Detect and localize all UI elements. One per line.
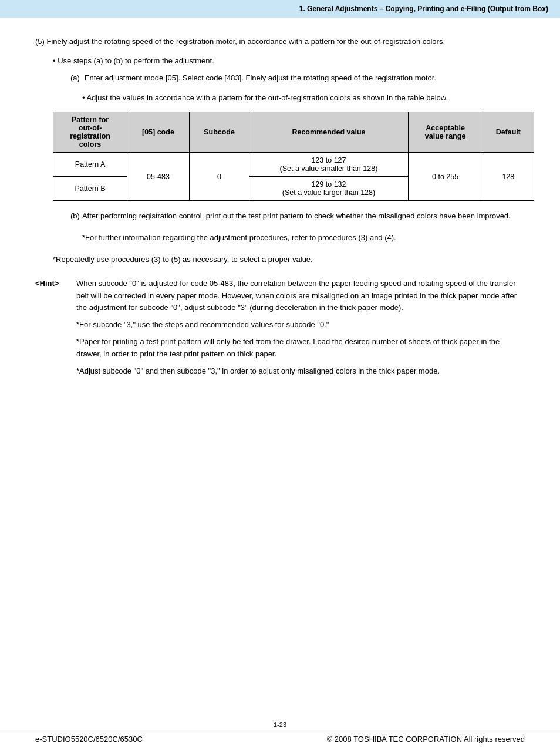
page-footer: e-STUDIO5520C/6520C/6530C © 2008 TOSHIBA… <box>0 731 560 747</box>
adjust-bullet-container: • Adjust the values in accordance with a… <box>82 93 525 102</box>
repeat-note-text: *Repeatedly use procedures (3) to (5) as… <box>53 255 313 264</box>
step-a-text: Enter adjustment mode [05]. Select code … <box>85 73 436 82</box>
col-header-subcode: Subcode <box>189 112 249 153</box>
hint-note1: *For subcode "3," use the steps and reco… <box>76 319 525 331</box>
subcode-cell: 0 <box>189 153 249 201</box>
step-b-note: *For further information regarding the a… <box>82 232 525 244</box>
footer-wrapper: 1-23 e-STUDIO5520C/6520C/6530C © 2008 TO… <box>0 721 560 747</box>
use-steps-bullet: • Use steps (a) to (b) to perform the ad… <box>53 55 525 68</box>
hint-row: <Hint> When subcode "0" is adjusted for … <box>35 278 525 382</box>
header-title: 1. General Adjustments – Copying, Printi… <box>299 5 548 13</box>
pattern-b-cell: Pattern B <box>53 177 127 201</box>
hint-section: <Hint> When subcode "0" is adjusted for … <box>35 278 525 382</box>
hint-note3: *Adjust subcode "0" and then subcode "3,… <box>76 365 525 378</box>
default-cell: 128 <box>483 153 534 201</box>
col-header-default: Default <box>483 112 534 153</box>
acceptable-cell: 0 to 255 <box>408 153 483 201</box>
table-container: Pattern forout-of-registrationcolors [05… <box>53 112 525 201</box>
code-cell: 05-483 <box>127 153 190 201</box>
step-b-note-text: *For further information regarding the a… <box>82 233 396 242</box>
hint-label: <Hint> <box>35 278 76 382</box>
step-b-label: (b) <box>70 211 80 220</box>
pattern-table: Pattern forout-of-registrationcolors [05… <box>53 112 534 201</box>
step5-text: (5) Finely adjust the rotating speed of … <box>35 37 445 46</box>
col-header-code: [05] code <box>127 112 190 153</box>
step-a-label: (a) <box>70 73 80 82</box>
use-steps-text: • Use steps (a) to (b) to perform the ad… <box>53 56 214 65</box>
page-number: 1-23 <box>0 721 560 728</box>
step-b-text: After performing registration control, p… <box>82 211 511 220</box>
pattern-a-cell: Pattern A <box>53 153 127 177</box>
page-container: 1. General Adjustments – Copying, Printi… <box>0 0 560 747</box>
hint-note2: *Paper for printing a test print pattern… <box>76 336 525 361</box>
step-b-container: (b)After performing registration control… <box>70 210 525 223</box>
step-a-container: (a)Enter adjustment mode [05]. Select co… <box>70 72 525 85</box>
hint-main-text: When subcode "0" is adjusted for code 05… <box>76 278 525 314</box>
col-header-recommended: Recommended value <box>249 112 408 153</box>
recommended-b-cell: 129 to 132(Set a value larger than 128) <box>249 177 408 201</box>
footer-copyright: © 2008 TOSHIBA TEC CORPORATION All right… <box>327 735 525 743</box>
recommended-a-cell: 123 to 127(Set a value smaller than 128) <box>249 153 408 177</box>
hint-content: When subcode "0" is adjusted for code 05… <box>76 278 525 382</box>
table-row: Pattern A 05-483 0 123 to 127(Set a valu… <box>53 153 534 177</box>
col-header-acceptable: Acceptablevalue range <box>408 112 483 153</box>
footer-left: e-STUDIO5520C/6520C/6530C <box>35 735 143 743</box>
content-area: (5) Finely adjust the rotating speed of … <box>0 18 560 721</box>
page-header: 1. General Adjustments – Copying, Printi… <box>0 0 560 18</box>
adjust-bullet-text: • Adjust the values in accordance with a… <box>82 93 448 102</box>
col-header-pattern: Pattern forout-of-registrationcolors <box>53 112 127 153</box>
repeat-note: *Repeatedly use procedures (3) to (5) as… <box>53 254 525 266</box>
step5-intro: (5) Finely adjust the rotating speed of … <box>35 36 525 48</box>
